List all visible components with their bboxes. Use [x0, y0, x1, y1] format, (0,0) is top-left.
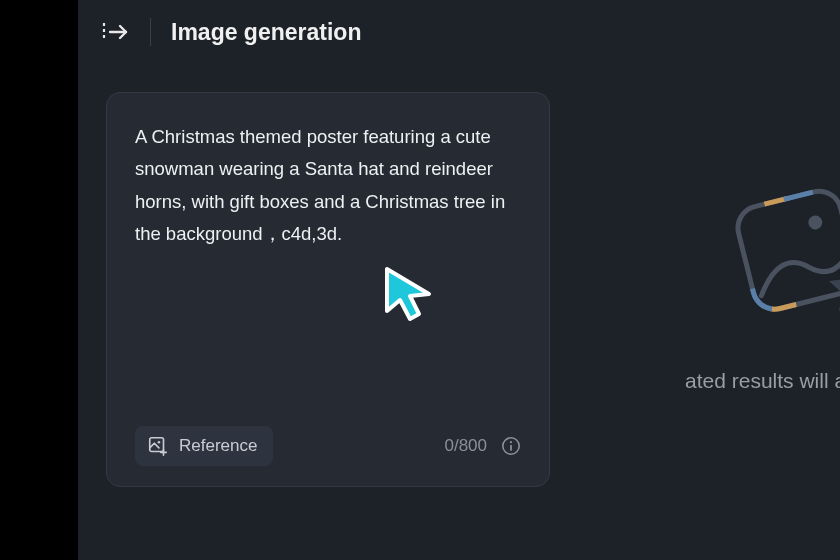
svg-point-9	[807, 214, 824, 231]
content-row: A Christmas themed poster featuring a cu…	[78, 68, 840, 542]
svg-rect-6	[733, 187, 840, 314]
svg-rect-7	[733, 187, 840, 314]
preview-placeholder-text: ated results will appear he	[685, 369, 840, 393]
character-count: 0/800	[444, 436, 487, 456]
info-icon[interactable]	[501, 436, 521, 456]
card-footer: Reference 0/800	[135, 414, 521, 466]
prompt-card: A Christmas themed poster featuring a cu…	[106, 92, 550, 487]
svg-rect-5	[510, 445, 512, 451]
prompt-textarea[interactable]: A Christmas themed poster featuring a cu…	[135, 121, 521, 414]
header: Image generation	[78, 0, 840, 68]
svg-point-2	[158, 441, 161, 444]
reference-label: Reference	[179, 436, 257, 456]
header-divider	[150, 18, 151, 46]
add-image-icon	[147, 435, 169, 457]
main-panel: Image generation A Christmas themed post…	[78, 0, 840, 560]
preview-panel: ated results will appear he	[590, 92, 840, 542]
placeholder-illustration	[710, 167, 840, 337]
collapse-panel-icon[interactable]	[102, 18, 130, 46]
reference-button[interactable]: Reference	[135, 426, 273, 466]
page-title: Image generation	[171, 19, 361, 46]
svg-point-4	[510, 441, 512, 443]
svg-rect-8	[733, 187, 840, 314]
